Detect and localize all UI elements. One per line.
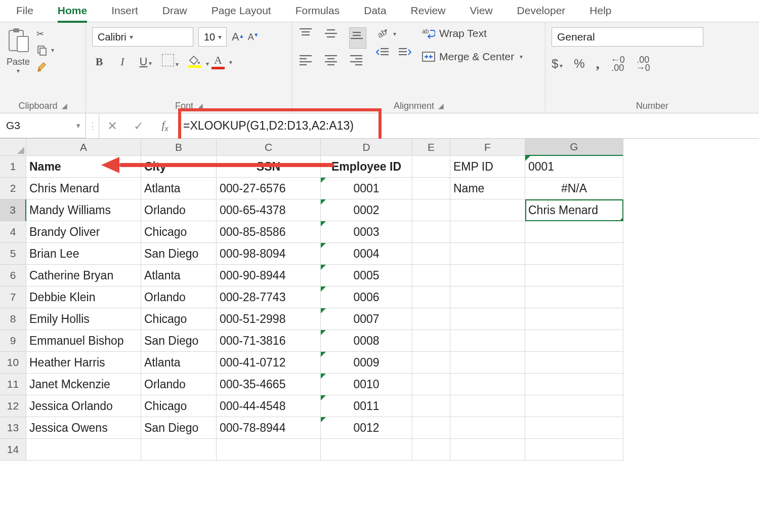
cell-E13[interactable] xyxy=(412,417,450,439)
cell-A10[interactable]: Heather Harris xyxy=(26,352,141,374)
cell-F12[interactable] xyxy=(450,395,525,417)
cell-A14[interactable] xyxy=(26,439,141,461)
cell-E5[interactable] xyxy=(412,243,450,265)
cell-E3[interactable] xyxy=(412,199,450,221)
align-top-button[interactable] xyxy=(299,27,316,49)
cell-E9[interactable] xyxy=(412,330,450,352)
tab-formulas[interactable]: Formulas xyxy=(293,5,342,22)
fill-color-button[interactable]: ▾ xyxy=(188,55,202,68)
tab-view[interactable]: View xyxy=(468,5,494,22)
row-header-9[interactable]: 9 xyxy=(0,330,26,352)
tab-insert[interactable]: Insert xyxy=(109,5,140,22)
formula-input[interactable]: =XLOOKUP(G1,D2:D13,A2:A13) xyxy=(178,113,759,138)
orientation-button[interactable]: ab▾ xyxy=(375,27,412,40)
tab-draw[interactable]: Draw xyxy=(160,5,189,22)
align-middle-button[interactable] xyxy=(324,27,341,49)
cell-D1[interactable]: Employee ID xyxy=(321,156,412,178)
cell-C4[interactable]: 000-85-8586 xyxy=(217,221,321,243)
cell-G11[interactable] xyxy=(525,374,623,395)
cell-A8[interactable]: Emily Hollis xyxy=(26,308,141,330)
cell-A9[interactable]: Emmanuel Bishop xyxy=(26,330,141,352)
cell-C9[interactable]: 000-71-3816 xyxy=(217,330,321,352)
accounting-format-button[interactable]: $▾ xyxy=(552,57,563,71)
col-header-D[interactable]: D xyxy=(321,139,412,156)
cell-B7[interactable]: Orlando xyxy=(141,287,217,308)
tab-developer[interactable]: Developer xyxy=(515,5,568,22)
cell-D3[interactable]: 0002 xyxy=(321,199,412,221)
wrap-text-button[interactable]: ab Wrap Text xyxy=(422,27,523,39)
cell-G6[interactable] xyxy=(525,265,623,287)
cell-F5[interactable] xyxy=(450,243,525,265)
cell-G12[interactable] xyxy=(525,395,623,417)
number-format-select[interactable]: General xyxy=(552,27,703,47)
cut-button[interactable]: ✂ xyxy=(36,28,54,39)
cell-E12[interactable] xyxy=(412,395,450,417)
cell-D6[interactable]: 0005 xyxy=(321,265,412,287)
decrease-decimal-button[interactable]: .00→0 xyxy=(636,56,650,72)
cell-G10[interactable] xyxy=(525,352,623,374)
cell-G4[interactable] xyxy=(525,221,623,243)
cell-C8[interactable]: 000-51-2998 xyxy=(217,308,321,330)
paste-button[interactable]: Paste ▾ xyxy=(6,27,30,74)
cell-A7[interactable]: Debbie Klein xyxy=(26,287,141,308)
font-color-button[interactable]: A ▾ xyxy=(211,54,225,69)
row-header-3[interactable]: 3 xyxy=(0,199,26,221)
row-header-5[interactable]: 5 xyxy=(0,243,26,265)
cell-G3[interactable]: Chris Menard xyxy=(525,199,623,221)
cell-C2[interactable]: 000-27-6576 xyxy=(217,178,321,199)
cell-G13[interactable] xyxy=(525,417,623,439)
cell-B4[interactable]: Chicago xyxy=(141,221,217,243)
cell-F14[interactable] xyxy=(450,439,525,461)
row-header-14[interactable]: 14 xyxy=(0,439,26,461)
cell-B3[interactable]: Orlando xyxy=(141,199,217,221)
merge-center-button[interactable]: Merge & Center▾ xyxy=(422,51,523,63)
insert-function-button[interactable]: fx xyxy=(152,113,178,138)
cell-F11[interactable] xyxy=(450,374,525,395)
select-all-corner[interactable] xyxy=(0,139,26,156)
cancel-formula-button[interactable]: ✕ xyxy=(99,113,125,138)
cell-F3[interactable] xyxy=(450,199,525,221)
cell-B12[interactable]: Chicago xyxy=(141,395,217,417)
col-header-A[interactable]: A xyxy=(26,139,141,156)
cell-C14[interactable] xyxy=(217,439,321,461)
cell-G9[interactable] xyxy=(525,330,623,352)
cell-E2[interactable] xyxy=(412,178,450,199)
row-header-1[interactable]: 1 xyxy=(0,156,26,178)
cell-D12[interactable]: 0011 xyxy=(321,395,412,417)
cell-B6[interactable]: Atlanta xyxy=(141,265,217,287)
cell-C13[interactable]: 000-78-8944 xyxy=(217,417,321,439)
tab-home[interactable]: Home xyxy=(56,5,89,22)
cell-B10[interactable]: Atlanta xyxy=(141,352,217,374)
cell-C3[interactable]: 000-65-4378 xyxy=(217,199,321,221)
align-left-button[interactable] xyxy=(299,54,316,75)
decrease-indent-button[interactable] xyxy=(375,47,390,59)
cell-E1[interactable] xyxy=(412,156,450,178)
cell-A12[interactable]: Jessica Orlando xyxy=(26,395,141,417)
cell-E6[interactable] xyxy=(412,265,450,287)
row-header-10[interactable]: 10 xyxy=(0,352,26,374)
increase-font-button[interactable]: A▴ xyxy=(232,30,243,44)
spreadsheet-grid[interactable]: ABCDEFG1NameCitySSNEmployee IDEMP ID0001… xyxy=(0,139,759,461)
cell-F10[interactable] xyxy=(450,352,525,374)
cell-D13[interactable]: 0012 xyxy=(321,417,412,439)
borders-button[interactable]: ▾ xyxy=(162,54,179,69)
cell-B14[interactable] xyxy=(141,439,217,461)
bold-button[interactable]: B xyxy=(92,55,106,68)
cell-E7[interactable] xyxy=(412,287,450,308)
col-header-G[interactable]: G xyxy=(525,139,623,156)
cell-A13[interactable]: Jessica Owens xyxy=(26,417,141,439)
cell-F8[interactable] xyxy=(450,308,525,330)
copy-button[interactable]: ▾ xyxy=(36,45,54,56)
cell-A1[interactable]: Name xyxy=(26,156,141,178)
cell-E14[interactable] xyxy=(412,439,450,461)
cell-D14[interactable] xyxy=(321,439,412,461)
col-header-F[interactable]: F xyxy=(450,139,525,156)
tab-data[interactable]: Data xyxy=(362,5,388,22)
cell-C12[interactable]: 000-44-4548 xyxy=(217,395,321,417)
cell-G2[interactable]: #N/A xyxy=(525,178,623,199)
cell-C5[interactable]: 000-98-8094 xyxy=(217,243,321,265)
cell-A3[interactable]: Mandy Williams xyxy=(26,199,141,221)
cell-A6[interactable]: Catherine Bryan xyxy=(26,265,141,287)
comma-format-button[interactable]: , xyxy=(596,56,600,72)
row-header-11[interactable]: 11 xyxy=(0,374,26,395)
